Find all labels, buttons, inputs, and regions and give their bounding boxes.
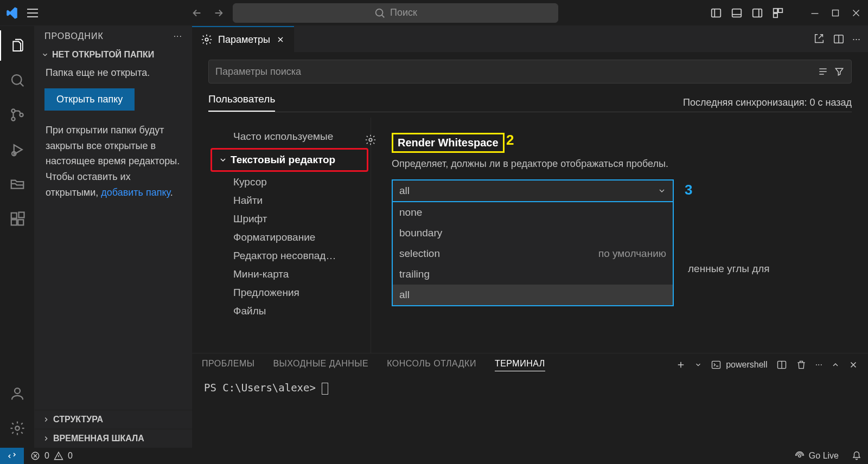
tree-item[interactable]: Предложения — [208, 283, 371, 302]
add-folder-link[interactable]: добавить папку — [101, 187, 170, 198]
panel-tab-debug[interactable]: КОНСОЛЬ ОТЛАДКИ — [387, 359, 476, 371]
split-editor-icon[interactable] — [833, 33, 845, 45]
status-problems[interactable]: 0 0 — [24, 451, 79, 461]
partial-text: ленные углы для — [688, 263, 770, 275]
annotation-2: 2 — [506, 132, 514, 149]
split-terminal-icon[interactable] — [776, 359, 787, 370]
dropdown-list: none boundary selectionпо умолчанию trai… — [392, 202, 674, 306]
svg-rect-16 — [18, 212, 24, 218]
close-panel-icon[interactable] — [848, 360, 858, 370]
activity-settings-icon[interactable] — [0, 413, 35, 443]
tab-settings[interactable]: Параметры — [192, 26, 294, 52]
activity-explorer-icon[interactable] — [0, 30, 35, 61]
svg-rect-22 — [712, 361, 720, 368]
nav-forward-icon[interactable] — [211, 5, 226, 21]
dropdown-option[interactable]: boundary — [393, 223, 673, 243]
filter-icon[interactable] — [834, 66, 845, 77]
terminal-dropdown-icon[interactable] — [694, 361, 702, 369]
search-placeholder: Поиск — [390, 7, 417, 18]
svg-point-25 — [799, 455, 801, 457]
chevron-down-icon — [658, 186, 666, 195]
new-terminal-icon[interactable] — [676, 360, 686, 370]
svg-point-18 — [15, 426, 20, 430]
activity-bar — [0, 26, 35, 448]
panel-tab-output[interactable]: ВЫХОДНЫЕ ДАННЫЕ — [273, 359, 368, 371]
tree-frequently-used[interactable]: Часто используемые — [208, 126, 371, 147]
editor-more-icon[interactable]: ··· — [852, 34, 860, 45]
svg-rect-1 — [712, 9, 721, 17]
setting-description: Определяет, должны ли в редакторе отобра… — [392, 158, 844, 170]
settings-search-input[interactable]: Параметры поиска — [208, 60, 852, 83]
nav-back-icon[interactable] — [189, 5, 205, 21]
scope-user-tab[interactable]: Пользователь — [208, 93, 275, 112]
svg-rect-2 — [732, 9, 742, 17]
status-golive[interactable]: Go Live — [788, 451, 845, 461]
folder-not-open-text: Папка еще не открыта. — [41, 63, 186, 88]
close-tab-icon[interactable] — [276, 35, 285, 44]
sync-status-text: Последняя синхронизация: 0 с назад — [683, 97, 852, 108]
dropdown-option[interactable]: selectionпо умолчанию — [393, 243, 673, 264]
tab-label: Параметры — [218, 34, 270, 46]
terminal-cursor — [322, 383, 328, 395]
annotation-3: 3 — [685, 182, 692, 198]
activity-folder-icon[interactable] — [0, 169, 35, 199]
tree-item[interactable]: Мини-карта — [208, 265, 371, 283]
kill-terminal-icon[interactable] — [796, 359, 807, 370]
terminal-body[interactable]: PS C:\Users\alexe> — [192, 376, 868, 400]
panel-tab-terminal[interactable]: ТЕРМИНАЛ — [495, 359, 545, 371]
activity-scm-icon[interactable] — [0, 100, 35, 130]
layout-panel-icon[interactable] — [729, 5, 744, 21]
svg-point-0 — [376, 9, 383, 16]
dropdown-option[interactable]: all — [393, 285, 673, 305]
svg-point-10 — [11, 117, 15, 120]
tree-item[interactable]: Шрифт — [208, 210, 371, 228]
no-folder-section[interactable]: НЕТ ОТКРЫТОЙ ПАПКИ — [41, 47, 186, 63]
sidebar-more-icon[interactable]: ··· — [174, 31, 182, 41]
svg-rect-7 — [833, 10, 839, 16]
outline-section[interactable]: СТРУКТУРА — [35, 410, 192, 429]
maximize-icon[interactable] — [828, 5, 843, 21]
tree-item[interactable]: Найти — [208, 191, 371, 210]
menu-icon[interactable] — [26, 7, 39, 20]
setting-dropdown[interactable]: all — [392, 179, 674, 202]
setting-title: Render Whitespace — [392, 133, 505, 153]
activity-search-icon[interactable] — [0, 65, 35, 95]
layout-customize-icon[interactable] — [770, 5, 786, 21]
explorer-sidebar: ПРОВОДНИК ··· НЕТ ОТКРЫТОЙ ПАПКИ Папка е… — [35, 26, 192, 448]
tree-item[interactable]: Форматирование — [208, 228, 371, 247]
command-center-search[interactable]: Поиск — [233, 3, 558, 23]
svg-rect-13 — [11, 213, 16, 218]
tree-item[interactable]: Файлы — [208, 302, 371, 320]
maximize-panel-icon[interactable] — [831, 360, 840, 369]
layout-sidebar-left-icon[interactable] — [709, 5, 724, 21]
layout-sidebar-right-icon[interactable] — [750, 5, 765, 21]
clear-search-icon[interactable] — [818, 66, 828, 77]
status-bar: 0 0 Go Live — [0, 448, 868, 464]
setting-gear-icon[interactable] — [365, 134, 376, 146]
activity-extensions-icon[interactable] — [0, 204, 35, 234]
open-folder-button[interactable]: Открыть папку — [44, 88, 135, 111]
editor-area: Параметры ··· Параметры поиска — [192, 26, 868, 448]
tree-item[interactable]: Редактор несовпад… — [208, 247, 371, 265]
remote-indicator[interactable] — [0, 448, 24, 464]
status-bell-icon[interactable] — [845, 451, 868, 461]
activity-debug-icon[interactable] — [0, 134, 35, 165]
panel-more-icon[interactable]: ··· — [815, 360, 822, 370]
timeline-section[interactable]: ВРЕМЕННАЯ ШКАЛА — [35, 429, 192, 448]
settings-content: Render Whitespace 2 Определяет, должны л… — [371, 118, 852, 353]
tree-text-editor[interactable]: Текстовый редактор — [210, 148, 368, 172]
dropdown-option[interactable]: trailing — [393, 264, 673, 285]
tree-item[interactable]: Курсор — [208, 173, 371, 191]
close-window-icon[interactable] — [848, 5, 864, 21]
sidebar-title: ПРОВОДНИК — [44, 31, 104, 41]
open-json-icon[interactable] — [813, 33, 825, 45]
svg-rect-5 — [778, 8, 782, 12]
main-area: ПРОВОДНИК ··· НЕТ ОТКРЫТОЙ ПАПКИ Папка е… — [0, 26, 868, 448]
shell-icon[interactable]: powershell — [711, 359, 767, 370]
minimize-icon[interactable] — [807, 5, 822, 21]
panel-tab-problems[interactable]: ПРОБЛЕМЫ — [202, 359, 254, 371]
dropdown-option[interactable]: none — [393, 202, 673, 223]
svg-point-8 — [12, 75, 22, 85]
svg-rect-14 — [11, 220, 16, 225]
activity-account-icon[interactable] — [0, 378, 35, 409]
